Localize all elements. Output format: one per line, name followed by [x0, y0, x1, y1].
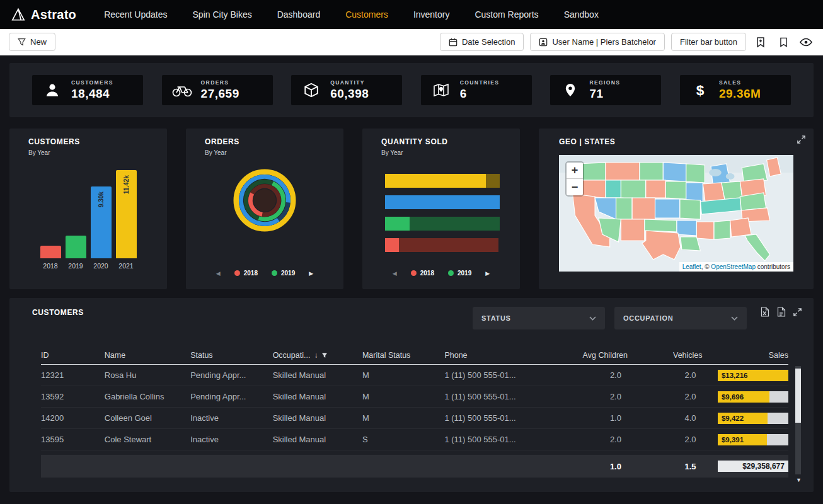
- attribution-text: , ©: [701, 263, 711, 270]
- kpi-label: QUANTITY: [330, 79, 369, 86]
- column-header-avg-children[interactable]: Avg Children: [546, 351, 628, 360]
- hbar-2020[interactable]: [385, 195, 501, 209]
- doc-export-button[interactable]: [776, 307, 786, 319]
- osm-link[interactable]: OpenStreetMap: [711, 263, 756, 270]
- status-filter-select[interactable]: STATUS: [473, 307, 605, 329]
- cell-sales: $13,216: [703, 370, 788, 381]
- geo-map[interactable]: + − Leaflet, © OpenStreetMap contributor…: [559, 155, 793, 272]
- sales-gauge: $9,391: [718, 434, 788, 445]
- nav-item[interactable]: Sandbox: [564, 9, 599, 20]
- legend-prev-icon[interactable]: ◀: [216, 270, 221, 277]
- nav-item[interactable]: Customers: [345, 9, 388, 20]
- bar-2018[interactable]: [40, 246, 61, 258]
- view-mode-button[interactable]: [798, 34, 814, 50]
- zoom-out-button[interactable]: −: [567, 179, 583, 195]
- hbar-2021[interactable]: [385, 174, 501, 188]
- kpi-card: ORDERS 27,659: [162, 75, 273, 105]
- total-sales-gauge: $29,358,677: [718, 461, 788, 472]
- kpi-value: 18,484: [71, 87, 113, 101]
- sales-value: $9,391: [722, 436, 744, 444]
- legend-next-icon[interactable]: ▶: [485, 270, 490, 277]
- total-vehicles: 1.5: [628, 462, 703, 471]
- scrollbar-thumb[interactable]: [795, 369, 801, 423]
- calendar-icon: [449, 38, 458, 47]
- orders-donut-svg: [224, 160, 305, 241]
- bar-2020[interactable]: 9.30k: [91, 186, 112, 258]
- panel-subtitle: By Year: [205, 149, 333, 156]
- bookmark-button[interactable]: [775, 34, 791, 50]
- filter-bar-button[interactable]: Filter bar button: [671, 33, 746, 51]
- column-header-label: Occupati...: [273, 351, 311, 360]
- column-header-label: Name: [105, 351, 125, 360]
- bar-column: 11.42k2021: [116, 164, 137, 270]
- cell-marital: M: [362, 413, 444, 423]
- column-header-status[interactable]: Status: [190, 351, 272, 360]
- us-map-svg: [559, 155, 793, 272]
- user-name-button[interactable]: User Name | Piers Batchelor: [530, 33, 665, 51]
- legend-item-2018[interactable]: 2018: [411, 270, 434, 277]
- legend-item-2019[interactable]: 2019: [448, 270, 471, 277]
- column-header-id[interactable]: ID: [41, 351, 105, 360]
- bar-2019[interactable]: [66, 236, 86, 258]
- kpi-label: COUNTRIES: [460, 79, 500, 86]
- column-header-occupation[interactable]: Occupati... ↓: [273, 351, 362, 360]
- column-header-phone[interactable]: Phone: [444, 351, 545, 360]
- table-filters: STATUS OCCUPATION: [473, 307, 747, 329]
- hbar-segment[interactable]: [385, 174, 486, 188]
- cell-status: Inactive: [190, 413, 272, 423]
- hbar-2018[interactable]: [385, 238, 501, 252]
- nav-item[interactable]: Custom Reports: [475, 9, 538, 20]
- column-header-sales[interactable]: Sales: [703, 351, 788, 360]
- person-icon: [42, 80, 63, 100]
- hbar-segment[interactable]: [385, 238, 399, 252]
- nav-item[interactable]: Inventory: [413, 9, 450, 20]
- hbar-segment[interactable]: [399, 238, 498, 252]
- bookmark-add-button[interactable]: [752, 34, 769, 50]
- sort-desc-icon[interactable]: ↓: [314, 351, 318, 360]
- nav-item[interactable]: Spin City Bikes: [193, 9, 252, 20]
- date-selection-label: Date Selection: [462, 37, 515, 47]
- filter-icon[interactable]: [321, 352, 328, 358]
- map-attribution: Leaflet, © OpenStreetMap contributors: [679, 262, 793, 272]
- date-selection-button[interactable]: Date Selection: [440, 33, 524, 51]
- hbar-segment[interactable]: [486, 174, 500, 188]
- nav-item[interactable]: Dashboard: [277, 9, 321, 20]
- excel-export-button[interactable]: [760, 307, 769, 319]
- table-row[interactable]: 14200 Colleen Goel Inactive Skilled Manu…: [41, 408, 788, 429]
- astrato-app: Astrato Recent Updates Spin City Bikes D…: [0, 0, 823, 504]
- brand[interactable]: Astrato: [11, 8, 76, 22]
- hbar-segment[interactable]: [410, 217, 500, 231]
- filter-bar-button-label: Filter bar button: [680, 37, 737, 47]
- table-row[interactable]: 13595 Cole Stewart Inactive Skilled Manu…: [41, 429, 788, 450]
- scroll-down-icon[interactable]: ▼: [796, 477, 802, 483]
- table-scrollbar[interactable]: [795, 366, 801, 474]
- brand-name: Astrato: [31, 8, 76, 22]
- map-zoom-control: + −: [565, 161, 584, 197]
- hbar-2019[interactable]: [385, 217, 501, 231]
- leaflet-link[interactable]: Leaflet: [682, 263, 701, 270]
- hbar-segment[interactable]: [385, 195, 500, 209]
- column-header-vehicles[interactable]: Vehicles: [628, 351, 703, 360]
- expand-icon[interactable]: [797, 135, 806, 147]
- bar-column: 9.30k2020: [91, 164, 112, 270]
- customers-chart-panel: CUSTOMERS By Year 201820199.30k202011.42…: [9, 129, 167, 289]
- cell-sales: $9,391: [703, 434, 788, 445]
- cell-id: 13592: [41, 392, 105, 401]
- cell-name: Rosa Hu: [105, 370, 190, 380]
- legend-item-2018[interactable]: 2018: [234, 270, 258, 277]
- table-row[interactable]: 13592 Gabriella Collins Pending Appr... …: [41, 386, 788, 408]
- legend-item-2019[interactable]: 2019: [272, 270, 295, 277]
- hbar-segment[interactable]: [385, 217, 410, 231]
- new-filter-button[interactable]: New: [9, 33, 55, 51]
- nav-item[interactable]: Recent Updates: [104, 9, 167, 20]
- zoom-in-button[interactable]: +: [567, 163, 583, 179]
- bar-2021[interactable]: 11.42k: [116, 170, 137, 258]
- legend-next-icon[interactable]: ▶: [309, 270, 313, 277]
- table-row[interactable]: 12321 Rosa Hu Pending Appr... Skilled Ma…: [41, 365, 788, 386]
- occupation-filter-select[interactable]: OCCUPATION: [614, 307, 747, 329]
- customers-table-panel: CUSTOMERS STATUS OCCUPATION: [9, 298, 814, 492]
- column-header-marital-status[interactable]: Marital Status: [362, 351, 444, 360]
- column-header-name[interactable]: Name: [105, 351, 190, 360]
- expand-icon[interactable]: [793, 307, 802, 319]
- legend-prev-icon[interactable]: ◀: [393, 270, 397, 277]
